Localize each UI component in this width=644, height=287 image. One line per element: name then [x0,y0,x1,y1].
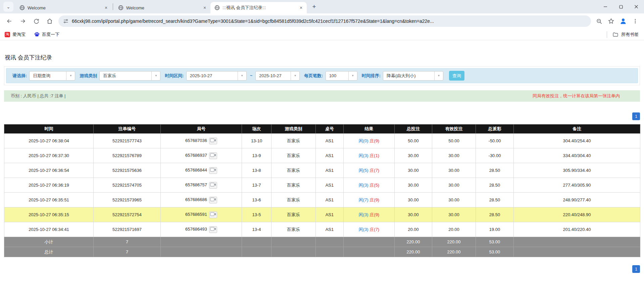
page-1-button[interactable]: 1 [632,265,640,273]
result-player: 闲(3) [359,227,368,232]
bookmark-aitaobao[interactable]: 淘 爱淘宝 [5,32,26,38]
site-settings-icon[interactable] [63,18,68,24]
bookmark-star-icon[interactable] [606,16,616,27]
date-from-select[interactable]: 2025-10-27 ▼ [186,71,247,81]
home-button[interactable] [44,15,55,27]
sum-label: 总计 [4,247,94,257]
query-type-select[interactable]: 日期查询 ▼ [29,71,75,81]
tab-search-button[interactable]: ⌄ [3,2,13,12]
cell-time: 2025-10-27 06:36:19 [4,178,94,193]
close-icon[interactable]: × [298,5,304,11]
table-row[interactable]: 2025-10-27 06:37:30522921576789657686937… [4,148,640,163]
time-sort-select[interactable]: 降幕(由大到小) ▼ [383,71,443,81]
table-row[interactable]: 2025-10-27 06:34:41522921571697657686493… [4,222,640,237]
date-to-select[interactable]: 2025-10-27 ▼ [255,71,300,81]
video-replay-icon[interactable] [209,226,217,233]
tab-betrecord-active[interactable]: :::视讯 会员下注纪录::: × [210,2,307,13]
reload-button[interactable] [31,15,42,27]
table-row[interactable]: 2025-10-27 06:35:51522921573965657686686… [4,193,640,207]
sum-cell [271,247,316,257]
chevron-down-icon: ▼ [238,71,246,80]
sum-cell [344,247,395,257]
cell-total-bet[interactable]: 30.00 [395,163,432,178]
sum-cell [514,247,640,257]
column-header: 有效投注 [432,125,476,134]
close-icon[interactable]: × [103,5,109,11]
close-window-button[interactable] [629,0,644,13]
baidu-paw-icon [34,32,40,37]
video-replay-icon[interactable] [209,182,217,189]
cell-payout: -50.00 [476,134,514,148]
sum-cell [242,237,271,247]
cell-bet-id: 522921571697 [94,222,161,237]
sum-cell [316,237,344,247]
video-replay-icon[interactable] [209,138,217,144]
zoom-out-icon[interactable] [594,16,604,27]
all-bookmarks-button[interactable]: 所有书签 [607,31,639,38]
cell-round-id: 657686591 [161,207,242,222]
cell-total-bet[interactable]: 30.00 [395,178,432,193]
chevron-down-icon: ▼ [66,71,75,80]
result-player: 闲(3) [359,153,368,158]
cell-table-no: AS1 [316,222,344,237]
cell-time: 2025-10-27 06:38:04 [4,134,94,148]
table-row[interactable]: 2025-10-27 06:38:04522921577743657687036… [4,134,640,148]
chevron-down-icon: ⌄ [7,4,10,9]
browser-toolbar: 66cxkj98.com/ipl/portal.php/game/betreco… [0,13,644,29]
profile-avatar[interactable] [618,16,629,27]
cell-total-bet[interactable]: 50.00 [395,134,432,148]
result-player: 闲(3) [359,183,368,188]
table-row[interactable]: 2025-10-27 06:36:19522921574705657686757… [4,178,640,193]
game-type-select[interactable]: 百家乐 ▼ [99,71,160,81]
cell-total-bet[interactable]: 20.00 [395,222,432,237]
video-replay-icon[interactable] [209,167,217,174]
video-replay-icon[interactable] [209,211,217,218]
cell-result: 闲(3) 庄(9) [344,207,395,222]
table-row[interactable]: 2025-10-27 06:35:15522921572754657686591… [4,207,640,222]
cell-total-bet[interactable]: 30.00 [395,148,432,163]
page-1-button[interactable]: 1 [632,112,640,120]
cell-total-bet[interactable]: 30.00 [395,207,432,222]
globe-icon [118,5,123,10]
tab-welcome-2[interactable]: Welcome × [114,2,210,13]
chevron-down-icon: ▼ [348,71,357,80]
bookmark-baidu[interactable]: 百度一下 [34,32,59,38]
sum-cell: 220.00 [395,237,432,247]
date-range-label: 时间区间: [165,73,184,79]
cell-valid-bet: 50.00 [432,134,476,148]
cell-table-no: AS1 [316,163,344,178]
minimize-button[interactable] [598,0,613,13]
cell-total-bet[interactable]: 30.00 [395,193,432,207]
forward-button[interactable] [17,15,29,27]
page-size-select[interactable]: 100 ▼ [326,71,357,81]
cell-bet-id: 522921576789 [94,148,161,163]
cell-bet-id: 522921575636 [94,163,161,178]
url-bar[interactable]: 66cxkj98.com/ipl/portal.php/game/betreco… [58,15,591,27]
video-replay-icon[interactable] [209,197,217,203]
column-header: 备注 [514,125,640,134]
maximize-button[interactable] [613,0,629,13]
tab-welcome-1[interactable]: Welcome × [15,2,112,13]
cell-result: 闲(7) 庄(9) [344,193,395,207]
sum-cell [316,247,344,257]
cell-game-type: 百家乐 [271,207,316,222]
sum-cell [161,247,242,257]
column-header: 桌号 [316,125,344,134]
cell-payout: 28.50 [476,193,514,207]
cell-game-type: 百家乐 [271,193,316,207]
table-row[interactable]: 2025-10-27 06:36:54522921575636657686844… [4,163,640,178]
close-icon[interactable]: × [202,5,208,11]
note-text: 同局有效投注，统一计算在该局第一张注单内 [533,93,620,99]
column-header: 总投注 [395,125,432,134]
filter-bar: 请选择: 日期查询 ▼ 游戏类别 百家乐 ▼ 时间区间: 2025-10-27 … [6,68,638,83]
cell-game-type: 百家乐 [271,163,316,178]
range-separator: ~ [250,73,253,78]
menu-kebab-icon[interactable] [630,16,641,27]
back-button[interactable] [4,15,15,27]
video-replay-icon[interactable] [209,152,217,159]
cell-table-no: AS1 [316,134,344,148]
new-tab-button[interactable]: + [309,2,319,11]
column-header: 注单编号 [94,125,161,134]
search-button[interactable]: 查询 [449,71,464,81]
cell-time: 2025-10-27 06:35:15 [4,207,94,222]
